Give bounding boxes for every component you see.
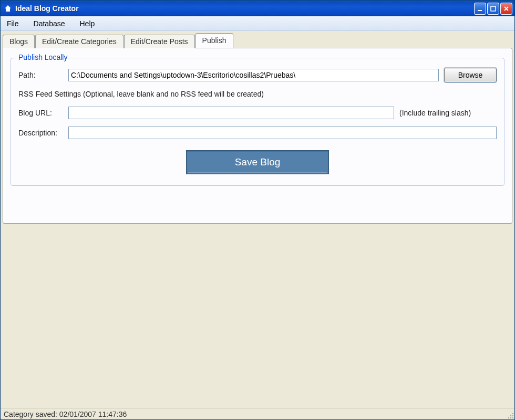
- maximize-button[interactable]: [487, 3, 499, 15]
- blog-url-hint: (Include trailing slash): [399, 109, 471, 117]
- browse-button[interactable]: Browse: [444, 68, 497, 82]
- tab-strip: Blogs Edit/Create Categories Edit/Create…: [3, 33, 512, 48]
- svg-rect-1: [491, 6, 496, 11]
- app-window: Ideal Blog Creator File Database Help: [0, 0, 515, 420]
- blog-url-label: Blog URL:: [18, 109, 68, 117]
- save-blog-label: Save Blog: [235, 156, 281, 167]
- groupbox-legend: Publish Locally: [16, 53, 69, 61]
- tab-posts[interactable]: Edit/Create Posts: [124, 35, 195, 48]
- menu-help[interactable]: Help: [80, 19, 95, 28]
- minimize-button[interactable]: [474, 3, 486, 15]
- tab-blogs[interactable]: Blogs: [3, 35, 35, 48]
- rss-settings-note: RSS Feed Settings (Optional, leave blank…: [18, 90, 497, 98]
- tab-label: Blogs: [9, 37, 28, 46]
- tab-publish[interactable]: Publish: [195, 33, 233, 48]
- close-button[interactable]: [500, 3, 512, 15]
- path-label: Path:: [18, 71, 68, 79]
- tab-panel-publish: Publish Locally Path: Browse RSS Feed Se…: [3, 48, 512, 224]
- tab-categories[interactable]: Edit/Create Categories: [35, 35, 123, 48]
- tab-label: Edit/Create Posts: [131, 37, 188, 46]
- window-title: Ideal Blog Creator: [15, 4, 474, 13]
- client-area: Blogs Edit/Create Categories Edit/Create…: [1, 31, 514, 408]
- status-bar: Category saved: 02/01/2007 11:47:36: [1, 408, 514, 419]
- resize-grip-icon[interactable]: [506, 411, 513, 418]
- groupbox-publish-locally: Publish Locally Path: Browse RSS Feed Se…: [11, 58, 504, 186]
- tab-label: Publish: [202, 36, 226, 45]
- row-path: Path: Browse: [18, 68, 497, 82]
- save-blog-button[interactable]: Save Blog: [187, 151, 328, 174]
- menu-database[interactable]: Database: [34, 19, 65, 28]
- description-label: Description:: [18, 129, 68, 137]
- browse-button-label: Browse: [458, 71, 483, 79]
- menu-file[interactable]: File: [7, 19, 19, 28]
- menu-bar: File Database Help: [1, 16, 514, 31]
- status-text: Category saved: 02/01/2007 11:47:36: [4, 410, 127, 418]
- title-bar[interactable]: Ideal Blog Creator: [1, 1, 514, 16]
- description-input[interactable]: [68, 127, 497, 139]
- svg-rect-0: [478, 10, 482, 11]
- row-blog-url: Blog URL: (Include trailing slash): [18, 107, 497, 119]
- blog-url-input[interactable]: [68, 107, 394, 119]
- row-description: Description:: [18, 127, 497, 139]
- tab-label: Edit/Create Categories: [42, 37, 117, 46]
- window-controls: [474, 3, 512, 15]
- path-input[interactable]: [68, 69, 439, 81]
- app-icon: [4, 4, 12, 13]
